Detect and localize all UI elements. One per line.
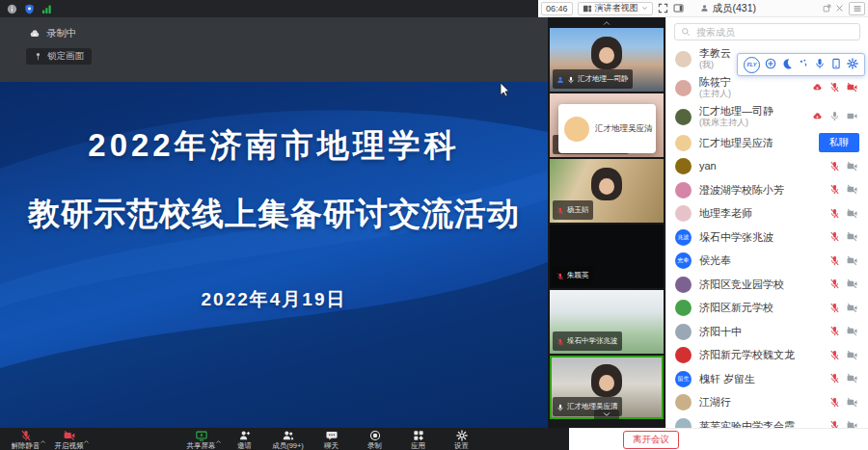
- participant-status-icons: [829, 394, 859, 411]
- titlebar-right: 06:46 演讲者视图 成员(431): [538, 0, 868, 17]
- participant-name: yan: [699, 160, 717, 172]
- toolbar-camera-off-button[interactable]: 开启视频: [47, 430, 91, 450]
- participant-row[interactable]: 济阳区新元学校: [666, 297, 868, 321]
- participant-avatar: [675, 300, 692, 316]
- fly-logo: FLY: [744, 57, 760, 73]
- close-panel-button[interactable]: [835, 4, 844, 13]
- video-thumbnail[interactable]: 汇才地理吴应清: [550, 356, 664, 419]
- popout-panel-button[interactable]: [823, 4, 831, 13]
- toolbar-mic-muted-button[interactable]: 解除静音: [4, 430, 47, 450]
- participant-row[interactable]: 汇才地理吴应清私聊: [666, 131, 868, 155]
- participant-avatar: [675, 109, 692, 125]
- chevron-up-icon[interactable]: [83, 432, 90, 449]
- mic-muted-icon: [829, 300, 840, 317]
- participant-status-icons: [829, 347, 859, 364]
- mic-icon[interactable]: [814, 56, 826, 73]
- chevron-up-icon[interactable]: [40, 432, 46, 449]
- fly-annotation-toolbar[interactable]: FLY: [737, 53, 865, 76]
- toolbar-footer: 离开会议: [569, 428, 868, 450]
- toolbar-button-label: 邀请: [237, 441, 252, 450]
- window-menu-button[interactable]: [849, 2, 865, 15]
- toolbar-apps-button[interactable]: 应用: [396, 430, 440, 450]
- participant-avatar: [675, 394, 692, 410]
- participant-status-icons: [829, 205, 859, 223]
- person-icon: [556, 70, 564, 88]
- participant-status-icons: [829, 252, 859, 270]
- participant-avatar: [675, 135, 692, 151]
- audio-icon[interactable]: [798, 56, 809, 73]
- participant-avatar: [675, 347, 692, 363]
- video-thumbnail[interactable]: 杨玉娟: [550, 159, 664, 223]
- mic-muted-icon: [829, 205, 840, 223]
- shield-icon[interactable]: [24, 4, 35, 14]
- toolbar-button-label: 解除静音: [12, 441, 41, 450]
- participant-name: 江湖行: [699, 396, 731, 409]
- video-thumbnail[interactable]: 垛石中学张兆波: [550, 290, 664, 354]
- mic-muted-icon: [556, 267, 564, 284]
- invite-icon: [239, 430, 251, 440]
- participant-row[interactable]: yan: [666, 155, 868, 179]
- participant-name: 济阳十中: [699, 326, 742, 338]
- toolbar-chat-button[interactable]: 聊天: [310, 430, 353, 450]
- move-icon[interactable]: [765, 56, 776, 73]
- toolbar-record-button[interactable]: 录制: [353, 430, 396, 450]
- toolbar-invite-button[interactable]: 邀请: [223, 430, 266, 450]
- tooltip-avatar: [564, 117, 589, 142]
- members-panel-header: 成员(431): [700, 2, 865, 15]
- info-icon[interactable]: [7, 4, 17, 14]
- participant-row[interactable]: 济阳新元学校魏文龙: [666, 344, 868, 368]
- mic-muted-icon: [829, 370, 840, 387]
- video-thumbnail[interactable]: 汇才地理—司静: [550, 28, 664, 92]
- member-search[interactable]: [674, 23, 860, 40]
- presentation-stage: 录制中 锁定画面 2022年济南市地理学科 教研示范校线上集备研讨交流活动 20…: [0, 17, 548, 428]
- mic-muted-icon: [829, 323, 840, 340]
- members-panel: 李教云(我)陈筱宁(主持人)汇才地理—司静(联席主持人)汇才地理吴应清私聊yan…: [665, 17, 868, 428]
- toggle-sidebar-button[interactable]: [673, 3, 684, 13]
- participant-status-icons: [829, 323, 859, 340]
- view-mode-button[interactable]: 演讲者视图: [578, 2, 653, 15]
- mic-muted-icon: [829, 347, 840, 364]
- private-chat-button[interactable]: 私聊: [819, 133, 859, 152]
- member-list: 李教云(我)陈筱宁(主持人)汇才地理—司静(联席主持人)汇才地理吴应清私聊yan…: [666, 44, 868, 428]
- participant-row[interactable]: 光奉侯光奉: [666, 250, 868, 274]
- camera-off-icon: [847, 79, 857, 96]
- participant-row[interactable]: 澄波湖学校陈小芳: [666, 178, 868, 202]
- expand-strip-button[interactable]: [594, 410, 619, 419]
- participant-row[interactable]: 汇才地理—司静(联席主持人): [666, 102, 868, 131]
- toolbar-members-button[interactable]: 成员(99+): [266, 430, 310, 450]
- gear-icon[interactable]: [847, 56, 858, 73]
- slide-title-line1: 2022年济南市地理学科: [0, 82, 548, 168]
- participant-row[interactable]: 地理李老师: [666, 202, 868, 226]
- participant-row[interactable]: 陈筱宁(主持人): [666, 73, 868, 102]
- camera-off-icon: [847, 158, 857, 175]
- participant-avatar: [675, 158, 692, 174]
- toolbar-share-screen-button[interactable]: 共享屏幕: [179, 430, 223, 450]
- participant-row[interactable]: 留生槐轩 岁留生: [666, 367, 868, 391]
- tablet-icon[interactable]: [830, 56, 842, 73]
- thumbnail-list: 汇才地理—司静澄波湖学校陈小芳汇才地理吴应清杨玉娟朱颖英垛石中学张兆波汇才地理吴…: [550, 28, 664, 419]
- participant-row[interactable]: 兆波垛石中学张兆波: [666, 225, 868, 250]
- cloud-recording-icon: [29, 28, 41, 40]
- mic-muted-icon: [829, 252, 840, 270]
- participant-name: 济阳区竞业园学校: [699, 278, 784, 291]
- moon-icon[interactable]: [781, 56, 793, 73]
- video-thumbnail[interactable]: 朱颖英: [550, 225, 664, 288]
- participant-name: 澄波湖学校陈小芳: [699, 184, 784, 197]
- camera-off-icon: [847, 228, 857, 246]
- chevron-up-icon[interactable]: [215, 432, 222, 449]
- toolbar-settings-button[interactable]: 设置: [440, 430, 483, 450]
- participant-row[interactable]: 江湖行: [666, 391, 868, 415]
- mouse-cursor: [500, 83, 511, 98]
- fullscreen-button[interactable]: [658, 3, 668, 13]
- leave-meeting-button[interactable]: 离开会议: [623, 431, 679, 449]
- chevron-down-icon: [641, 5, 648, 12]
- camera-off-icon: [847, 276, 857, 293]
- participant-row[interactable]: 济阳十中: [666, 320, 868, 344]
- video-thumbnail[interactable]: 澄波湖学校陈小芳汇才地理吴应清: [550, 93, 664, 157]
- participant-avatar: [675, 418, 692, 428]
- participant-row[interactable]: 莱芜实验中学李会霞: [666, 414, 868, 428]
- pin-view-chip[interactable]: 锁定画面: [26, 48, 92, 65]
- search-input[interactable]: [694, 26, 854, 39]
- collapse-strip-button[interactable]: [548, 17, 665, 28]
- participant-row[interactable]: 济阳区竞业园学校: [666, 273, 868, 297]
